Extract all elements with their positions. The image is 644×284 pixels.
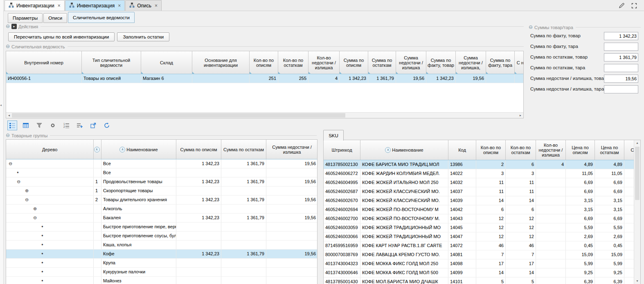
table-row[interactable]: 4605246002700КОФЕ ЖОКЕЙ ПО-ВОСТОЧНОМУ М.…: [324, 214, 640, 223]
table-row[interactable]: ●Все: [6, 168, 317, 177]
scrollbar-track[interactable]: [635, 146, 639, 278]
recalculate-prices-button[interactable]: Пересчитать цены по всей инвентаризации: [8, 32, 115, 41]
maximize-icon[interactable]: [631, 2, 637, 9]
table-row[interactable]: 4605246003066КОФЕ ЖОКЕЙ ТРАДИЦИОННЫЙ МО1…: [324, 232, 640, 241]
table-row[interactable]: ●Быстрое приготовление пюре, вермишель: [6, 223, 317, 232]
grid-view-icon[interactable]: [21, 120, 31, 130]
left-splitter[interactable]: ◂: [0, 0, 4, 284]
filter-icon[interactable]: [34, 120, 44, 130]
column-header[interactable]: Сумма недостачи / излишка: [266, 140, 317, 159]
scroll-right-icon[interactable]: ▸: [518, 113, 523, 118]
column-header[interactable]: Кол-во по описям: [250, 51, 278, 74]
column-header[interactable]: Сумма по факту, тара: [486, 51, 515, 74]
tab-slichitelnye-vedomosti[interactable]: Сличительные ведомости: [68, 12, 135, 23]
column-header[interactable]: Сумма недостачи / излишка,: [456, 51, 486, 74]
table-row[interactable]: ⊕Алкоголь: [6, 204, 317, 214]
column-header[interactable]: Основание для инвентаризации: [192, 51, 250, 74]
table-row[interactable]: ●Крупа: [6, 259, 317, 268]
edit-icon[interactable]: [618, 2, 625, 9]
refresh-icon[interactable]: [102, 120, 112, 130]
column-header[interactable]: Код: [448, 140, 476, 160]
collapse-icon[interactable]: ⊖: [6, 133, 10, 138]
window-tab-opis[interactable]: Опись ×: [125, 0, 162, 11]
scroll-down-icon[interactable]: ▾: [634, 278, 640, 284]
column-header[interactable]: Внутренний номер: [6, 51, 82, 74]
table-row[interactable]: 4605246003059КОФЕ ЖОКЕЙ ТРАДИЦИОННЫЙ МО1…: [324, 223, 640, 232]
table-row[interactable]: ⊖1Продовольственные товары1 342,231 361,…: [6, 177, 317, 186]
tree-expander-cell[interactable]: ●: [6, 241, 94, 249]
table-row[interactable]: ⊕1Скоропортящие товары: [6, 186, 317, 195]
table-row[interactable]: 4605246006272КОФЕ ЖАРДИН КОЛУМБИЯ МЕДЕЛ.…: [324, 169, 640, 178]
tree-expander-cell[interactable]: ⊖: [6, 195, 94, 204]
tree-expander-cell[interactable]: ⊕: [6, 186, 94, 195]
tab-sku[interactable]: SKU: [323, 130, 344, 141]
settings-icon[interactable]: [48, 120, 58, 130]
list-view-icon[interactable]: [7, 120, 17, 130]
collapse-icon[interactable]: ⊖: [529, 25, 533, 30]
table-row[interactable]: ●Кукурузные палочки: [6, 268, 317, 277]
vertical-scrollbar[interactable]: ▴ ▾: [634, 140, 640, 284]
close-tab-icon[interactable]: ×: [58, 3, 61, 8]
column-header[interactable]: ∧Наименование: [101, 140, 176, 159]
column-header[interactable]: Цена по описям: [566, 140, 595, 160]
add-to-list-icon[interactable]: [75, 120, 85, 130]
close-tab-icon[interactable]: ×: [118, 3, 121, 8]
table-row[interactable]: ●Каша, хлопья: [6, 241, 317, 250]
window-tab-inventarizatsiya[interactable]: Инвентаризация ×: [65, 0, 125, 11]
scroll-left-icon[interactable]: ◂: [0, 103, 2, 107]
scroll-up-icon[interactable]: ▴: [634, 140, 640, 146]
open-in-new-window-icon[interactable]: [88, 120, 98, 130]
scrollbar-thumb[interactable]: [12, 113, 345, 118]
tree-expander-cell[interactable]: ●: [6, 168, 94, 177]
sum-shortage-goods-input[interactable]: [604, 75, 638, 83]
sum-remainder-goods-input[interactable]: [604, 53, 638, 61]
table-row[interactable]: 4605246002687КОФЕ ЖОКЕЙ КЛАССИЧЕСКИЙ МО.…: [324, 187, 640, 196]
table-row[interactable]: 4013743004323КОФЕ МОККА ФИКС ГОЛД МОЛ 25…: [324, 259, 640, 268]
window-tab-inventarizatsii[interactable]: Инвентаризации ×: [5, 0, 65, 11]
sum-remainder-tare-input[interactable]: [604, 64, 638, 72]
tree-expander-cell[interactable]: ⊖: [6, 177, 94, 186]
tab-opisi[interactable]: Описи: [43, 13, 67, 23]
table-row[interactable]: 8714599516959КОФЕ КАРТ НУАР РАСТВ.1.8Г C…: [324, 241, 640, 250]
tree-expander-cell[interactable]: ⊖: [6, 159, 94, 168]
sum-fact-goods-input[interactable]: [604, 32, 638, 40]
column-header[interactable]: Сумма недостачи / излишка: [396, 51, 426, 74]
column-header[interactable]: С нед. из.: [515, 51, 524, 74]
column-header[interactable]: Сумма по факту, товар: [426, 51, 456, 74]
table-row[interactable]: ⊖Бакалея1 342,231 361,7919,56: [6, 214, 317, 223]
collapse-icon[interactable]: ⊖: [6, 24, 10, 29]
table-row[interactable]: ●Быстрое приготовление соусы, бульоны: [6, 232, 317, 241]
sum-shortage-tare-input[interactable]: [604, 85, 638, 93]
column-header[interactable]: Дерево: [6, 140, 94, 159]
column-header[interactable]: ∧Наименование: [360, 140, 448, 160]
column-header[interactable]: Кол-во по описям: [476, 140, 506, 160]
horizontal-scrollbar[interactable]: ◂ ▸: [6, 112, 523, 118]
collapse-icon[interactable]: ⊖: [6, 44, 10, 49]
column-header[interactable]: Сумма по остаткам: [368, 51, 396, 74]
table-row[interactable]: ●Майонез: [6, 277, 317, 284]
column-header[interactable]: Сумма по описям: [340, 51, 368, 74]
tree-expander-cell[interactable]: ●: [6, 268, 94, 276]
table-row[interactable]: 4605246002694КОФЕ ЖОКЕЙ ПО-ВОСТОЧНОМУ М1…: [324, 205, 640, 214]
tree-expander-cell[interactable]: ●: [6, 259, 94, 267]
table-row[interactable]: ИН00056-1Товары из описейМагазин 6251255…: [6, 74, 523, 83]
table-row[interactable]: 4813785001430КОФЕ МОЛ.БАРИСТА МИО Д/ЧАШК…: [324, 277, 640, 284]
table-row[interactable]: ●Кофе1 342,231 361,7919,56: [6, 250, 317, 259]
scrollbar-thumb[interactable]: [635, 147, 639, 200]
column-header[interactable]: Склад: [141, 51, 192, 74]
tree-expander-cell[interactable]: ●: [6, 250, 94, 258]
fill-remainders-button[interactable]: Заполнить остатки: [117, 32, 169, 41]
sum-fact-tare-input[interactable]: [604, 43, 638, 51]
column-header[interactable]: Кол-во по остаткам: [278, 51, 308, 74]
table-row[interactable]: 8000070038769КОФЕ ЛАВАЦЦА КРЕМО ГУСТО МО…: [324, 250, 640, 259]
numbered-list-icon[interactable]: 12: [61, 120, 71, 130]
column-header[interactable]: Сумма по остаткам: [221, 140, 266, 159]
column-header[interactable]: Тип сличительной ведомости: [82, 51, 141, 74]
close-tab-icon[interactable]: ×: [155, 3, 158, 8]
column-header[interactable]: Цена по остаткам: [595, 140, 624, 160]
column-header[interactable]: Кол-во недостачи / излишка: [308, 51, 340, 74]
tree-expander-cell[interactable]: ⊕: [6, 204, 94, 213]
table-row[interactable]: 4605246002670КОФЕ ЖОКЕЙ КЛАССИЧЕСКИЙ МО.…: [324, 196, 640, 205]
column-header[interactable]: ∧: [94, 140, 101, 159]
table-row[interactable]: 4813785002130КОФЕ БАРИСТА МИО ТРАДИЦ.МОЛ…: [324, 160, 640, 169]
